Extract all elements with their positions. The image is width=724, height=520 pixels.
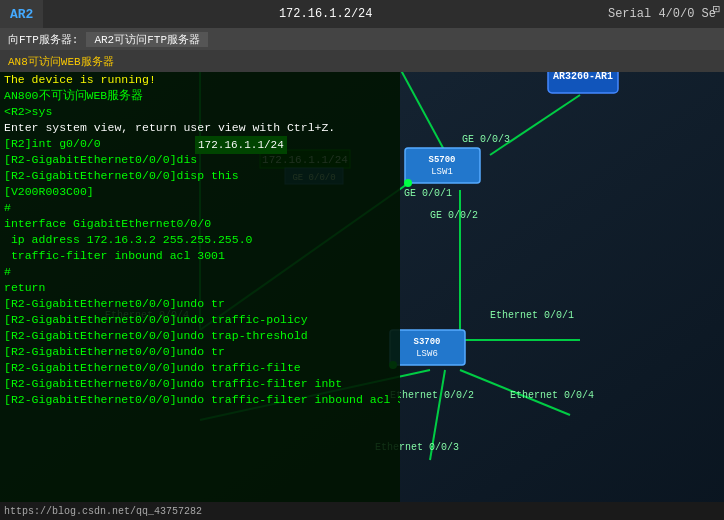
svg-text:Ethernet 0/0/4: Ethernet 0/0/4 <box>510 390 594 401</box>
terminal-line-6: [R2-GigabitEthernet0/0/0]dis <box>4 152 396 168</box>
terminal-line-8: [V200R003C00] <box>4 184 396 200</box>
terminal-line-17: [R2-GigabitEthernet0/0/0]undo trap-thres… <box>4 328 396 344</box>
window-icon[interactable]: ⊡ <box>713 2 720 17</box>
svg-text:GE 0/0/2: GE 0/0/2 <box>430 210 478 221</box>
serial-label: Serial 4/0/0 Se <box>608 7 724 21</box>
svg-text:Ethernet 0/0/1: Ethernet 0/0/1 <box>490 310 574 321</box>
svg-point-17 <box>404 179 412 187</box>
svg-text:S5700: S5700 <box>428 155 455 165</box>
second-bar: 向FTP服务器: AR2可访问FTP服务器 <box>0 28 724 50</box>
svg-text:Ethernet 0/0/2: Ethernet 0/0/2 <box>390 390 474 401</box>
second-bar-item1[interactable]: 向FTP服务器: <box>0 32 86 47</box>
svg-rect-14 <box>405 148 480 183</box>
terminal-line-13: # <box>4 264 396 280</box>
terminal-line-3: <R2>sys <box>4 104 396 120</box>
terminal-line-21: [R2-GigabitEthernet0/0/0]undo traffic-fi… <box>4 392 396 408</box>
third-bar: AN8可访问WEB服务器 <box>0 50 724 72</box>
terminal-line-9: # <box>4 200 396 216</box>
terminal-running-line: The device is running! <box>4 72 396 88</box>
terminal-line-10: interface GigabitEthernet0/0/0 <box>4 216 396 232</box>
terminal-line-4: Enter system view, return user view with… <box>4 120 396 136</box>
third-bar-text: AN8可访问WEB服务器 <box>0 54 122 69</box>
terminal-line-15: [R2-GigabitEthernet0/0/0]undo tr <box>4 296 396 312</box>
ar2-label: AR2 <box>10 7 33 22</box>
svg-text:LSW1: LSW1 <box>431 167 453 177</box>
terminal-window: The device is running! AN800不可访问WEB服务器 <… <box>0 0 400 520</box>
terminal-line-12: traffic-filter inbound acl 3001 <box>4 248 396 264</box>
svg-text:S3700: S3700 <box>413 337 440 347</box>
terminal-line-11: ip address 172.16.3.2 255.255.255.0 <box>4 232 396 248</box>
terminal-line-14: return <box>4 280 396 296</box>
ip-address-label: 172.16.1.2/24 <box>43 7 608 21</box>
svg-text:GE 0/0/1: GE 0/0/1 <box>404 188 452 199</box>
terminal-line-5: [R2]int g0/0/0172.16.1.1/24 <box>4 136 396 152</box>
svg-text:GE 0/0/3: GE 0/0/3 <box>462 134 510 145</box>
terminal-line-18: [R2-GigabitEthernet0/0/0]undo tr <box>4 344 396 360</box>
top-bar: AR2 172.16.1.2/24 Serial 4/0/0 Se ⊡ <box>0 0 724 28</box>
terminal-line-7: [R2-GigabitEthernet0/0/0]disp this <box>4 168 396 184</box>
second-bar-item2[interactable]: AR2可访问FTP服务器 <box>86 32 208 47</box>
svg-text:AR3260-AR1: AR3260-AR1 <box>553 71 613 82</box>
device-name-label: AR2 <box>0 0 43 28</box>
terminal-line-19: [R2-GigabitEthernet0/0/0]undo traffic-fi… <box>4 360 396 376</box>
url-bar: https://blog.csdn.net/qq_43757282 <box>0 502 724 520</box>
terminal-line-16: [R2-GigabitEthernet0/0/0]undo traffic-po… <box>4 312 396 328</box>
terminal-line-1: AN800不可访问WEB服务器 <box>4 88 396 104</box>
url-text: https://blog.csdn.net/qq_43757282 <box>4 506 202 517</box>
svg-text:LSW6: LSW6 <box>416 349 438 359</box>
svg-rect-18 <box>390 330 465 365</box>
terminal-line-20: [R2-GigabitEthernet0/0/0]undo traffic-fi… <box>4 376 396 392</box>
